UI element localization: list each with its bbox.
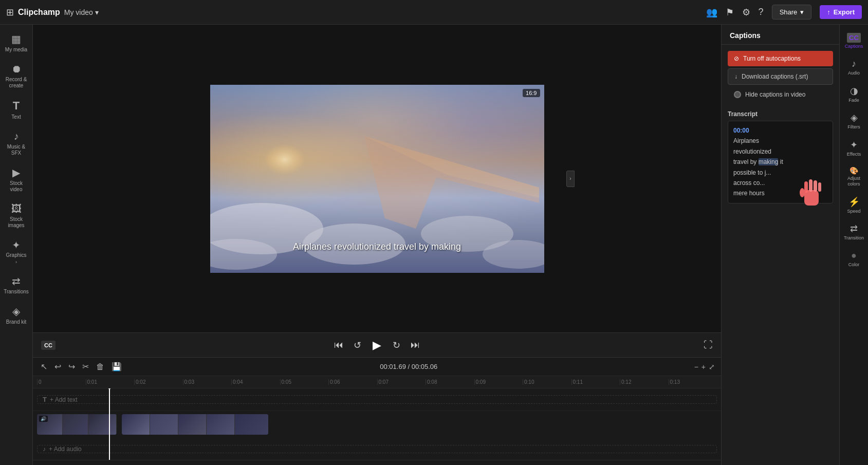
- transcript-box[interactable]: 00:00 Airplanes revolutionized travel by…: [728, 121, 833, 203]
- fade-tool-icon: ◑: [850, 85, 858, 97]
- save-button[interactable]: 💾: [110, 360, 123, 373]
- sidebar-item-label: Text: [11, 114, 21, 120]
- undo-button[interactable]: ↩: [53, 360, 63, 373]
- sidebar-item-stock-images[interactable]: 🖼 Stock images: [2, 199, 31, 233]
- rewind-button[interactable]: ↺: [348, 337, 366, 354]
- sidebar-item-text[interactable]: T Text: [2, 95, 31, 124]
- turn-off-autocaptions-button[interactable]: ⊘ Turn off autocaptions: [728, 51, 833, 66]
- ruler-mark: 0:06: [328, 379, 377, 385]
- app-grid-icon[interactable]: ⊞: [6, 7, 14, 18]
- chevron-down-icon: ▾: [95, 8, 99, 16]
- sidebar-item-transitions[interactable]: ⇄ Transitions: [2, 271, 31, 299]
- sidebar-item-label: My media: [5, 47, 27, 53]
- stock-video-icon: ▶: [12, 166, 20, 179]
- timeline-scrollbar[interactable]: [33, 460, 721, 465]
- color-tool-icon: ●: [851, 250, 857, 261]
- download-captions-button[interactable]: ↓ Download captions (.srt): [728, 68, 833, 85]
- skip-back-button[interactable]: ⏮: [329, 337, 348, 354]
- add-text-label: + Add text: [50, 396, 78, 403]
- video-clip-2[interactable]: [122, 414, 268, 435]
- audio-tool-icon: ♪: [852, 59, 856, 69]
- sidebar-item-brand-kit[interactable]: ◈ Brand kit: [2, 301, 31, 329]
- tool-speed[interactable]: ⚡ Speed: [841, 192, 867, 218]
- people-icon[interactable]: 👥: [706, 7, 717, 18]
- tool-transition[interactable]: ⇄ Transition: [841, 219, 867, 245]
- zoom-out-button[interactable]: −: [694, 363, 698, 371]
- cut-button[interactable]: ✂: [81, 360, 90, 373]
- chevron-down-icon: ▾: [800, 8, 804, 16]
- tool-adjust-colors[interactable]: 🎨 Adjust colors: [841, 162, 867, 191]
- video-clip-1[interactable]: 🔊: [37, 414, 117, 435]
- adjust-colors-tool-icon: 🎨: [849, 166, 858, 175]
- forward-button[interactable]: ↻: [387, 337, 405, 354]
- tool-color[interactable]: ● Color: [841, 246, 867, 272]
- transcript-title: Transcript: [728, 110, 833, 118]
- timeline-toolbar: ↖ ↩ ↪ ✂ 🗑 💾 00:01.69 / 00:05.06 − + ⤢: [33, 358, 721, 376]
- music-icon: ♪: [14, 131, 19, 142]
- text-icon: T: [13, 99, 20, 113]
- sidebar-item-record-create[interactable]: ⏺ Record &create: [2, 59, 31, 93]
- app-logo: Clipchamp: [18, 8, 60, 17]
- delete-button[interactable]: 🗑: [95, 361, 106, 373]
- export-label: Export: [834, 8, 855, 16]
- timeline-tracks: T + Add text 🔊: [33, 388, 721, 460]
- export-button[interactable]: ↑ Export: [820, 5, 862, 19]
- flag-icon[interactable]: ⚑: [726, 7, 734, 18]
- ruler-mark: 0:08: [426, 379, 474, 385]
- ruler-mark: 0:12: [620, 379, 669, 385]
- sidebar-item-label: Stock images: [4, 216, 29, 229]
- hide-captions-toggle[interactable]: [734, 91, 741, 98]
- project-name[interactable]: My video ▾: [64, 8, 99, 16]
- expand-timeline-button[interactable]: ⤢: [709, 363, 715, 371]
- help-icon[interactable]: ?: [759, 7, 764, 17]
- sidebar-item-label: Graphics: [6, 252, 26, 258]
- sidebar-item-stock-video[interactable]: ▶ Stock video: [2, 162, 31, 197]
- settings-icon[interactable]: ⚙: [742, 7, 750, 18]
- zoom-controls: − + ⤢: [694, 363, 715, 371]
- share-button[interactable]: Share ▾: [772, 5, 812, 20]
- cc-button[interactable]: CC: [41, 341, 56, 350]
- sidebar-item-music-sfx[interactable]: ♪ Music & SFX: [2, 126, 31, 160]
- tool-effects[interactable]: ✦ Effects: [841, 135, 867, 161]
- zoom-in-button[interactable]: +: [701, 363, 706, 371]
- highlighted-word: making: [759, 158, 779, 165]
- tool-label: Speed: [847, 209, 860, 214]
- tool-audio[interactable]: ♪ Audio: [841, 54, 867, 80]
- transcript-section: Transcript 00:00 Airplanes revolutionize…: [722, 106, 839, 206]
- add-audio-label: + Add audio: [49, 445, 82, 453]
- add-text-track[interactable]: T + Add text: [37, 395, 717, 404]
- ruler-mark: 0:09: [474, 379, 523, 385]
- add-audio-track[interactable]: ♪ + Add audio: [37, 445, 717, 453]
- tool-label: Color: [848, 262, 860, 268]
- timeline-ruler: 0 0:01 0:02 0:03 0:04 0:05 0:06 0:07 0:0…: [33, 376, 721, 388]
- center-area: Airplanes revolutionized travel by makin…: [33, 25, 721, 465]
- tool-label: Captions: [845, 44, 863, 49]
- transcript-line-1: Airplanes: [733, 136, 827, 146]
- transcript-line-3: travel by making it: [733, 157, 827, 167]
- panel-collapse-button[interactable]: ›: [566, 171, 575, 187]
- ruler-mark: 0:04: [231, 379, 280, 385]
- tool-fade[interactable]: ◑ Fade: [841, 81, 867, 107]
- timeline-playhead[interactable]: [109, 388, 110, 460]
- download-label: Download captions (.srt): [742, 73, 808, 80]
- music-icon: ♪: [43, 445, 46, 453]
- stock-images-icon: 🖼: [11, 203, 22, 215]
- tool-filters[interactable]: ◈ Filters: [841, 108, 867, 134]
- text-icon: T: [43, 396, 47, 403]
- sidebar-item-graphics[interactable]: ✦ Graphics ›: [2, 235, 31, 269]
- skip-forward-button[interactable]: ⏭: [405, 337, 425, 354]
- captions-tool-icon: CC: [847, 33, 861, 43]
- select-tool-button[interactable]: ↖: [39, 360, 49, 373]
- redo-button[interactable]: ↪: [67, 360, 77, 373]
- playback-controls: CC ⏮ ↺ ▶ ↻ ⏭ ⛶: [33, 332, 721, 357]
- ruler-marks: 0 0:01 0:02 0:03 0:04 0:05 0:06 0:07 0:0…: [37, 379, 717, 385]
- ruler-mark: 0:10: [523, 379, 571, 385]
- fullscreen-button[interactable]: ⛶: [704, 340, 713, 350]
- tool-label: Filters: [847, 124, 860, 130]
- time-display: 00:01.69 / 00:05.06: [127, 363, 690, 370]
- play-button[interactable]: ▶: [366, 336, 387, 355]
- video-frame[interactable]: Airplanes revolutionized travel by makin…: [210, 85, 544, 273]
- hide-captions-row: Hide captions in video: [728, 87, 833, 102]
- tool-captions[interactable]: CC Captions: [841, 29, 867, 53]
- sidebar-item-my-media[interactable]: ▦ My media: [2, 29, 31, 57]
